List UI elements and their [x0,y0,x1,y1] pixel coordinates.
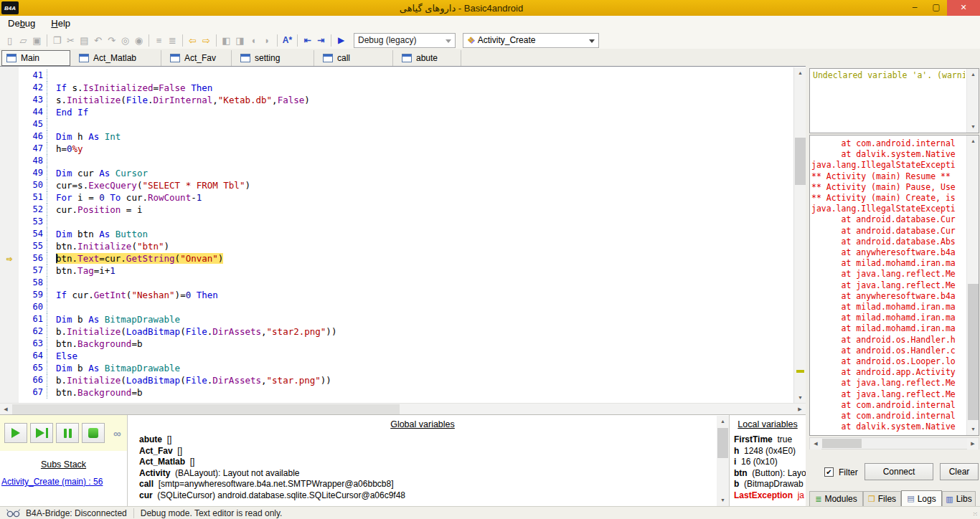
breakpoint-margin[interactable] [0,325,19,338]
breakpoint-margin[interactable] [0,277,19,289]
breakpoint-margin[interactable] [0,228,19,240]
scroll-right-icon[interactable]: ▶ [794,404,806,415]
stack-entry-link[interactable]: Activity_Create (main) : 56 [1,477,103,487]
scrollbar-thumb[interactable] [717,428,728,458]
breakpoint-margin[interactable] [0,313,19,325]
paste-icon[interactable]: ▤ [77,34,91,47]
find-next-icon[interactable]: ◉ [132,34,146,47]
logs-scrollbar[interactable]: ▲ ▼ [966,135,979,435]
new-file-icon[interactable]: ▯ [3,34,17,47]
outdent-icon[interactable]: ⇤ [301,34,314,47]
tab-act_matlab[interactable]: Act_Matlab [70,50,161,66]
breakpoint-margin[interactable] [0,362,19,374]
save-icon[interactable]: ▣ [30,34,44,47]
connect-button[interactable]: Connect [864,463,933,480]
right-tab-files[interactable]: ❒Files [863,491,901,506]
scrollbar-thumb[interactable] [12,404,400,414]
breakpoint-margin[interactable] [0,106,19,118]
warnings-box[interactable]: Undeclared variable 'a'. (warni ▲ ▼ [809,68,979,133]
breakpoint-margin[interactable] [0,386,19,399]
breakpoint-margin[interactable] [0,155,19,167]
breakpoint-margin[interactable] [0,118,19,130]
log-output-box[interactable]: at com.android.internal at dalvik.system… [809,135,979,436]
breakpoint-margin[interactable] [0,240,19,252]
scroll-down-icon[interactable]: ▼ [794,392,806,403]
resize-grip[interactable]: ⁙ [972,510,979,518]
breakpoint-margin[interactable] [0,204,19,216]
step-button[interactable] [30,423,53,443]
undo-icon[interactable]: ↶ [91,34,105,47]
navigate-forward-icon[interactable]: ⇨ [199,34,213,47]
breakpoint-margin[interactable] [0,70,19,82]
global-variables-scrollbar[interactable]: ▲ ▼ [717,416,729,506]
maximize-button[interactable]: ▢ [925,0,947,16]
tab-abute[interactable]: abute [393,50,461,66]
copy-icon[interactable]: ❐ [50,34,64,47]
code-editor[interactable]: 4142If s.IsInitialized=False Then43s.Ini… [0,66,806,403]
editor-horizontal-scrollbar[interactable]: ◀ ▶ [0,403,806,414]
scrollbar-thumb[interactable] [795,138,806,185]
scroll-down-icon[interactable]: ▼ [967,424,979,435]
open-file-icon[interactable]: ▱ [17,34,30,47]
scrollbar-thumb[interactable] [968,284,979,420]
autocomplete-icon[interactable]: A* [281,34,294,47]
navigate-back-icon[interactable]: ⇦ [186,34,199,47]
smart-tab-icon[interactable]: ◖ [247,34,260,47]
logs-horizontal-scrollbar[interactable]: ◀ ▶ [809,437,979,449]
filter-checkbox[interactable] [824,467,834,477]
menu-help[interactable]: Help [43,16,78,32]
breakpoint-margin[interactable] [0,374,19,386]
breakpoint-margin[interactable] [0,338,19,350]
tab-main[interactable]: Main [1,50,70,66]
breakpoint-margin[interactable] [0,130,19,143]
cut-icon[interactable]: ✂ [64,34,77,47]
pause-button[interactable] [56,423,79,443]
breakpoint-margin[interactable] [0,350,19,362]
breakpoint-margin[interactable] [0,82,19,94]
breakpoint-margin[interactable] [0,216,19,228]
breakpoint-margin[interactable] [0,191,19,204]
scroll-up-icon[interactable]: ▲ [794,67,806,79]
scroll-up-icon[interactable]: ▲ [967,69,979,80]
build-mode-dropdown[interactable]: Debug (legacy) [354,33,456,48]
scroll-down-icon[interactable]: ▼ [717,495,729,506]
scroll-up-icon[interactable]: ▲ [717,416,729,427]
minimize-button[interactable]: – [904,0,925,16]
right-tab-libs[interactable]: ▥Libs [942,491,976,506]
breakpoint-margin[interactable] [0,265,19,277]
breakpoint-margin[interactable] [0,94,19,106]
uncomment-icon[interactable]: ◨ [233,34,247,47]
resume-button[interactable] [4,423,27,443]
find-icon[interactable]: ◎ [118,34,132,47]
run-icon[interactable]: ▶ [334,34,348,47]
tab-setting[interactable]: setting [232,50,314,66]
tab-call[interactable]: call [314,50,393,66]
bookmark-icon[interactable]: ≡ [152,34,166,47]
stop-button[interactable] [82,423,105,443]
right-tab-modules[interactable]: ≣Modules [809,491,863,506]
menu-debug[interactable]: Debug [0,16,43,32]
breakpoint-margin[interactable] [0,289,19,301]
bookmark-clear-icon[interactable]: ≣ [166,34,179,47]
breakpoint-margin[interactable] [0,167,19,179]
comment-icon[interactable]: ◧ [220,34,233,47]
smart-untab-icon[interactable]: ◗ [260,34,274,47]
breakpoint-margin[interactable]: ⇨ [0,252,19,265]
tab-act_fav[interactable]: Act_Fav [161,50,232,66]
sub-navigator-dropdown[interactable]: ❖ Activity_Create [463,33,599,48]
warnings-scrollbar[interactable]: ▲ ▼ [966,69,979,133]
scroll-left-icon[interactable]: ◀ [0,404,11,415]
scroll-down-icon[interactable]: ▼ [967,121,979,133]
breakpoint-margin[interactable] [0,301,19,313]
breakpoint-margin[interactable] [0,179,19,191]
redo-icon[interactable]: ↷ [105,34,118,47]
scroll-right-icon[interactable]: ▶ [967,438,979,449]
editor-vertical-scrollbar[interactable]: ▲ ▼ [793,67,806,403]
breakpoint-margin[interactable] [0,143,19,155]
indent-icon[interactable]: ⇥ [314,34,328,47]
right-tab-logs[interactable]: ▤Logs [901,490,942,506]
clear-button[interactable]: Clear [940,463,979,480]
scroll-left-icon[interactable]: ◀ [810,438,821,449]
close-button[interactable]: ✕ [947,0,980,16]
scroll-up-icon[interactable]: ▲ [967,135,979,147]
